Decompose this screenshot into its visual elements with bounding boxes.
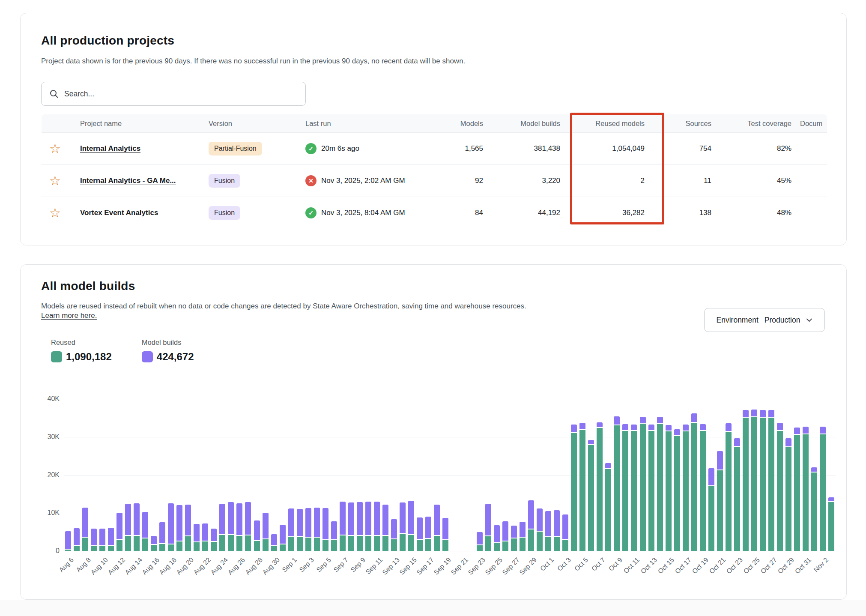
stacked-bar — [777, 399, 783, 551]
projects-card-subtitle: Project data shown is for the previous 9… — [41, 57, 465, 66]
stacked-bar — [820, 399, 826, 551]
chevron-down-icon — [806, 318, 812, 322]
stacked-bar — [108, 399, 114, 551]
x-axis-tick: Aug 20 — [175, 556, 195, 576]
x-axis-tick: Sep 11 — [364, 556, 384, 576]
stacked-bar — [502, 399, 508, 551]
stacked-bar — [340, 399, 346, 551]
search-input[interactable] — [64, 90, 298, 99]
chart-legend: Reused 1,090,182 Model builds 424,672 — [51, 338, 194, 363]
x-axis-tick: Aug 10 — [89, 556, 109, 576]
stacked-bar — [691, 399, 697, 551]
stacked-bar — [477, 399, 483, 551]
stacked-bar — [417, 399, 423, 551]
environment-dropdown[interactable]: Environment Production — [704, 308, 825, 332]
x-axis-tick: Sep 9 — [349, 556, 367, 574]
stacked-bar — [168, 399, 174, 551]
x-axis-tick: Sep 17 — [415, 556, 435, 576]
stacked-bar — [280, 399, 286, 551]
x-axis-tick: Oct 25 — [742, 556, 761, 575]
stacked-bar — [228, 399, 234, 551]
stacked-bar — [400, 399, 406, 551]
stacked-bar — [297, 399, 303, 551]
stacked-bar — [254, 399, 260, 551]
stacked-bar — [511, 399, 517, 551]
projects-table-header: Project name Version Last run Models Mod… — [42, 114, 827, 132]
stacked-bar — [768, 399, 774, 551]
favorite-star-icon[interactable]: ☆ — [49, 206, 61, 219]
stacked-bar — [562, 399, 568, 551]
stacked-bar — [803, 399, 809, 551]
stacked-bar — [674, 399, 680, 551]
last-run-text: Nov 3, 2025, 8:04 AM GM — [321, 209, 405, 217]
model-builds-card: All model builds Models are reused inste… — [20, 264, 847, 600]
favorite-star-icon[interactable]: ☆ — [49, 142, 61, 155]
x-axis-tick: Aug 12 — [106, 556, 126, 576]
stacked-bar-chart: 40K30K20K10K0Aug 6Aug 8Aug 10Aug 12Aug 1… — [64, 399, 836, 551]
project-search[interactable] — [41, 82, 306, 106]
stacked-bar — [194, 399, 200, 551]
reused-models-value: 1,054,049 — [560, 144, 645, 153]
models-value: 1,565 — [447, 144, 483, 153]
last-run-text: 20m 6s ago — [321, 144, 359, 153]
x-axis-tick: Aug 26 — [227, 556, 247, 576]
projects-card-title: All production projects — [41, 34, 174, 48]
stacked-bar — [605, 399, 611, 551]
x-axis-tick: Oct 23 — [725, 556, 744, 575]
x-axis-tick: Oct 3 — [556, 556, 573, 573]
col-version: Version — [209, 120, 305, 128]
col-documentation: Documentation — [791, 120, 822, 128]
col-last-run: Last run — [305, 120, 447, 128]
x-axis-tick: Oct 21 — [708, 556, 727, 575]
x-axis-tick: Sep 1 — [281, 556, 298, 574]
x-axis-tick: Sep 7 — [332, 556, 349, 574]
project-name-link[interactable]: Internal Analytics — [80, 144, 209, 153]
stacked-bar — [357, 399, 363, 551]
y-axis-tick: 20K — [37, 471, 60, 479]
stacked-bar — [219, 399, 225, 551]
sources-value: 754 — [645, 144, 711, 153]
table-row: ☆ Internal Analytics - GA Me... Fusion ✕… — [42, 164, 827, 197]
x-axis-tick: Oct 13 — [639, 556, 658, 575]
favorite-star-icon[interactable]: ☆ — [49, 174, 61, 187]
stacked-bar — [211, 399, 217, 551]
y-axis-tick: 30K — [37, 433, 60, 441]
project-name-link[interactable]: Internal Analytics - GA Me... — [80, 176, 209, 185]
project-name-link[interactable]: Vortex Event Analytics — [80, 209, 209, 217]
stacked-bar — [245, 399, 251, 551]
x-axis-tick: Sep 29 — [518, 556, 538, 576]
error-x-icon: ✕ — [305, 175, 317, 186]
model-builds-value: 381,438 — [483, 144, 560, 153]
stacked-bar — [597, 399, 603, 551]
x-axis-tick: Sep 3 — [298, 556, 315, 574]
test-coverage-value: 48% — [711, 209, 791, 217]
stacked-bar — [408, 399, 414, 551]
stacked-bar — [99, 399, 105, 551]
x-axis-tick: Aug 14 — [123, 556, 143, 576]
stacked-bar — [717, 399, 723, 551]
stacked-bar — [331, 399, 337, 551]
x-axis-tick: Aug 16 — [140, 556, 161, 576]
stacked-bar — [614, 399, 620, 551]
stacked-bar — [811, 399, 817, 551]
stacked-bar — [116, 399, 122, 551]
x-axis-tick: Aug 24 — [209, 556, 230, 576]
stacked-bar — [743, 399, 749, 551]
stacked-bar — [554, 399, 560, 551]
stacked-bar — [236, 399, 242, 551]
x-axis-tick: Oct 29 — [776, 556, 796, 575]
stacked-bar — [348, 399, 354, 551]
environment-label: Environment — [717, 316, 758, 325]
version-badge: Partial-Fusion — [209, 142, 262, 155]
x-axis-tick: Nov 2 — [812, 556, 830, 574]
x-axis-tick: Oct 1 — [539, 556, 555, 573]
builds-card-title: All model builds — [41, 279, 135, 293]
stacked-bar — [700, 399, 706, 551]
stacked-bar — [391, 399, 397, 551]
stacked-bar — [142, 399, 148, 551]
col-reused-models: Reused models — [560, 120, 645, 128]
last-run-text: Nov 3, 2025, 2:02 AM GM — [321, 176, 405, 185]
stacked-bar — [323, 399, 328, 551]
stacked-bar — [288, 399, 294, 551]
learn-more-link[interactable]: Learn more here. — [41, 311, 97, 320]
